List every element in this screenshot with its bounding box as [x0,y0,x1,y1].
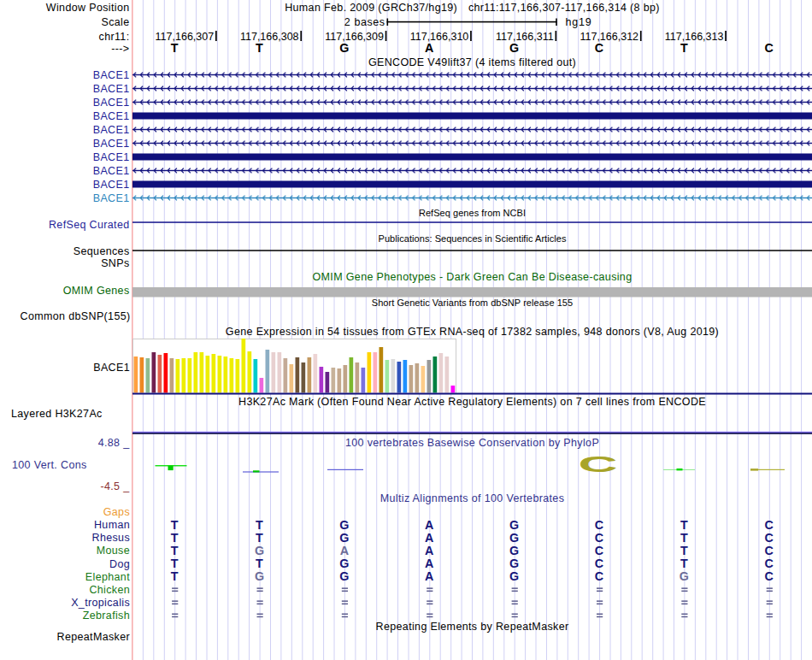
svg-text:C: C [595,41,603,55]
svg-text:-4.5 _: -4.5 _ [100,480,130,492]
svg-text:T: T [680,557,688,570]
svg-text:T: T [680,41,688,55]
svg-text:G: G [339,557,349,570]
svg-text:117,166,312: 117,166,312 [580,31,638,43]
svg-text:Multiz Alignments of 100 Verte: Multiz Alignments of 100 Vertebrates [380,492,565,504]
svg-text:4.88 _: 4.88 _ [98,437,131,449]
svg-text:G: G [339,41,349,55]
svg-text:T: T [256,557,263,570]
svg-text:OMIM Genes: OMIM Genes [63,285,130,297]
svg-text:T: T [171,557,179,570]
svg-text:BACE1: BACE1 [93,110,130,122]
svg-text:BACE1: BACE1 [93,165,130,177]
svg-text:G: G [509,569,519,583]
svg-text:G: G [680,569,689,583]
svg-text:A: A [340,544,349,557]
svg-text:RefSeq Curated: RefSeq Curated [49,219,130,231]
svg-text:G: G [509,557,519,570]
svg-text:C: C [595,518,603,532]
svg-text:hg19: hg19 [566,16,592,28]
svg-text:SNPs: SNPs [101,257,129,269]
svg-text:C: C [578,451,617,475]
svg-text:Sequences: Sequences [74,245,130,257]
svg-text:Mouse: Mouse [97,545,130,557]
svg-text:BACE1: BACE1 [93,179,130,191]
svg-text:C: C [765,544,774,557]
svg-text:BACE1: BACE1 [93,97,130,109]
svg-text:C: C [595,569,603,583]
svg-text:BACE1: BACE1 [93,138,130,150]
svg-text:C: C [765,518,774,532]
svg-text:Layered H3K27Ac: Layered H3K27Ac [11,408,103,420]
svg-text:BACE1: BACE1 [93,83,130,95]
svg-text:T: T [256,531,263,545]
svg-text:117,166,310: 117,166,310 [410,31,469,43]
svg-text:Common dbSNP(155): Common dbSNP(155) [21,310,131,322]
svg-text:T: T [680,518,688,532]
svg-text:117,166,307: 117,166,307 [156,31,215,43]
svg-text:G: G [509,531,519,545]
svg-text:H3K27Ac Mark (Often Found Near: H3K27Ac Mark (Often Found Near Active Re… [238,396,706,408]
svg-text:C: C [595,531,603,545]
svg-text:A: A [425,544,433,557]
svg-text:Elephant: Elephant [85,571,130,583]
svg-text:Human Feb. 2009 (GRCh37/hg19): Human Feb. 2009 (GRCh37/hg19) chr11:117,… [285,2,660,14]
svg-text:T: T [680,544,688,557]
svg-text:Gene Expression in 54 tissues: Gene Expression in 54 tissues from GTEx … [226,326,719,338]
svg-text:T: T [171,518,179,532]
svg-text:Human: Human [94,519,130,531]
svg-text:BACE1: BACE1 [93,151,130,163]
svg-text:BACE1: BACE1 [93,192,130,204]
svg-text:BACE1: BACE1 [93,124,130,136]
svg-text:Short Genetic Variants from db: Short Genetic Variants from dbSNP releas… [372,298,573,308]
svg-text:Publications: Sequences in Sci: Publications: Sequences in Scientific Ar… [379,233,567,244]
svg-text:117,166,308: 117,166,308 [240,31,299,43]
svg-text:Gaps: Gaps [103,506,130,518]
svg-text:Window Position: Window Position [46,2,130,14]
svg-text:G: G [339,518,349,532]
svg-text:T: T [256,41,263,55]
svg-text:A: A [425,557,433,570]
svg-text:Rhesus: Rhesus [92,532,130,544]
svg-text:BACE1: BACE1 [93,69,130,81]
svg-text:Zebrafish: Zebrafish [83,610,130,622]
svg-text:GENCODE V49lift37 (4 items fil: GENCODE V49lift37 (4 items filtered out) [368,56,576,68]
svg-text:RefSeq genes from NCBI: RefSeq genes from NCBI [419,208,526,218]
svg-text:C: C [765,41,774,55]
svg-text:C: C [765,569,774,583]
svg-text:C: C [765,557,774,570]
svg-text:chr11:: chr11: [99,31,130,43]
svg-text:G: G [339,531,349,545]
svg-text:A: A [425,518,433,532]
svg-text:G: G [255,544,264,557]
svg-text:OMIM Gene Phenotypes - Dark Gr: OMIM Gene Phenotypes - Dark Green Can Be… [313,271,633,283]
svg-text:G: G [255,569,264,583]
svg-text:G: G [509,41,519,55]
svg-text:T: T [171,544,179,557]
svg-text:T: T [256,518,263,532]
svg-text:A: A [425,531,433,545]
svg-text:RepeatMasker: RepeatMasker [57,631,131,643]
svg-text:T: T [171,569,179,583]
svg-text:A: A [425,41,433,55]
svg-text:C: C [765,531,774,545]
svg-text:117,166,309: 117,166,309 [325,31,384,43]
svg-text:Repeating Elements by RepeatMa: Repeating Elements by RepeatMasker [376,621,569,633]
svg-text:T: T [680,531,688,545]
svg-text:Chicken: Chicken [89,584,130,596]
svg-text:G: G [509,544,519,557]
svg-text:C: C [595,544,603,557]
svg-text:G: G [339,569,349,583]
svg-text:2 bases: 2 bases [344,16,385,28]
svg-text:T: T [171,41,179,55]
svg-text:--->: ---> [111,43,129,55]
svg-text:X_tropicalis: X_tropicalis [71,597,130,609]
svg-text:G: G [509,518,519,532]
svg-text:100 vertebrates Basewise Conse: 100 vertebrates Basewise Conservation by… [345,437,599,449]
svg-text:BACE1: BACE1 [93,362,130,374]
svg-text:A: A [425,569,433,583]
svg-text:Dog: Dog [109,558,130,570]
svg-text:117,166,311: 117,166,311 [496,31,554,43]
svg-text:100 Vert. Cons: 100 Vert. Cons [12,459,87,471]
svg-text:Scale: Scale [101,16,129,28]
